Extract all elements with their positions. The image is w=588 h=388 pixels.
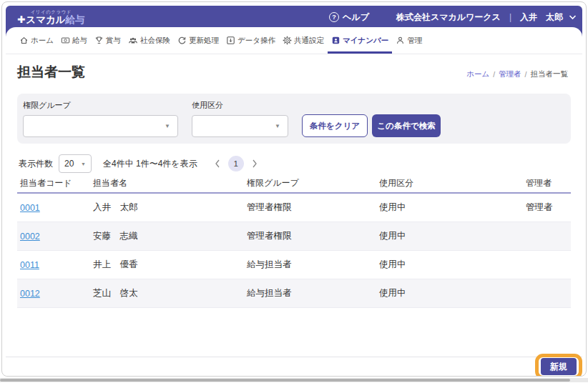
content-sheet: ホーム 給与 賞与 社会保険 更新処理 データ操作 (6, 27, 582, 376)
search-button[interactable]: この条件で検索 (372, 114, 441, 137)
home-icon (19, 36, 29, 45)
staff-table: 担当者コード 担当者名 権限グループ 使用区分 管理者 0001 入井 太郎 管… (17, 174, 571, 308)
pagination-row: 表示件数 20▼ 全4件中 1件〜4件を表示 1 (19, 154, 571, 173)
nav-item-admin[interactable]: 管理 (392, 27, 426, 54)
current-page-badge[interactable]: 1 (228, 156, 244, 171)
staff-name: 井上 優香 (90, 259, 244, 271)
download-box-icon (226, 36, 235, 45)
filter-field-permission-group: 権限グループ ▼ (23, 100, 178, 137)
nav-label: 賞与 (106, 36, 121, 46)
col-header-name: 担当者名 (90, 177, 244, 189)
footer-bar: 新規 (6, 357, 582, 376)
staff-code-link[interactable]: 0012 (20, 289, 40, 299)
staff-usage: 使用中 (376, 287, 523, 299)
nav-item-common-settings[interactable]: 共通設定 (279, 27, 328, 54)
usage-select[interactable]: ▼ (192, 115, 288, 137)
breadcrumb-separator: / (493, 70, 495, 79)
col-header-code: 担当者コード (17, 177, 90, 189)
help-button[interactable]: ? ヘルプ (329, 11, 369, 24)
nav-label: 更新処理 (189, 36, 219, 46)
user-name[interactable]: 入井 太郎 (520, 11, 563, 24)
nav-label: データ操作 (237, 36, 275, 46)
pagination-summary: 全4件中 1件〜4件を表示 (103, 158, 197, 170)
permission-group-label: 権限グループ (23, 100, 178, 111)
table-row: 0001 入井 太郎 管理者権限 使用中 管理者 (17, 194, 571, 222)
clear-conditions-button[interactable]: 条件をクリア (302, 114, 368, 137)
table-row: 0002 安藤 志織 管理者権限 使用中 (17, 222, 571, 251)
breadcrumb-current: 担当者一覧 (531, 69, 569, 79)
new-button[interactable]: 新規 (541, 358, 577, 375)
staff-group: 管理者権限 (244, 202, 376, 214)
staff-code-link[interactable]: 0011 (20, 260, 39, 270)
id-card-icon (331, 36, 340, 45)
permission-group-select[interactable]: ▼ (23, 115, 178, 137)
staff-group: 給与担当者 (244, 287, 376, 299)
staff-name: 入井 太郎 (90, 202, 244, 214)
usage-label: 使用区分 (192, 100, 288, 111)
table-row: 0011 井上 優香 給与担当者 使用中 (17, 251, 571, 279)
topbar-divider: | (509, 12, 511, 22)
page-size-select[interactable]: 20▼ (59, 154, 92, 173)
nav-label: ホーム (31, 36, 54, 46)
main-nav: ホーム 給与 賞与 社会保険 更新処理 データ操作 (6, 27, 582, 54)
nav-label: 給与 (72, 36, 87, 46)
staff-group: 給与担当者 (244, 259, 376, 271)
col-header-admin: 管理者 (523, 177, 571, 189)
brand-plus-icon: ✚ (17, 14, 25, 26)
staff-usage: 使用中 (376, 259, 523, 271)
brand-name: ✚スマカル給与 (17, 14, 85, 26)
staff-name: 芝山 啓太 (90, 287, 244, 299)
next-page-icon[interactable] (252, 159, 258, 168)
staff-code-link[interactable]: 0001 (20, 203, 40, 213)
pager: 1 (215, 156, 258, 171)
col-header-usage: 使用区分 (376, 177, 523, 189)
breadcrumb: ホーム / 管理者 / 担当者一覧 (466, 69, 571, 81)
staff-name: 安藤 志織 (90, 230, 244, 242)
nav-item-salary[interactable]: 給与 (57, 27, 91, 54)
app-window: イリイのクラウド ✚スマカル給与 ? ヘルプ 株式会社スマカルワークス | 入井… (1, 1, 587, 377)
person-icon (396, 36, 405, 45)
caret-down-icon: ▼ (275, 123, 280, 129)
people-icon (128, 36, 138, 45)
scrollbar-thumb[interactable] (0, 379, 570, 382)
filter-field-usage: 使用区分 ▼ (192, 100, 288, 137)
page-title: 担当者一覧 (17, 63, 85, 81)
help-label: ヘルプ (343, 11, 369, 24)
nav-item-mynumber[interactable]: マイナンバー (328, 27, 392, 54)
breadcrumb-home[interactable]: ホーム (466, 69, 489, 79)
nav-item-update[interactable]: 更新処理 (174, 27, 222, 54)
nav-label: 共通設定 (294, 36, 324, 46)
staff-usage: 使用中 (376, 202, 523, 214)
horizontal-scrollbar[interactable] (0, 378, 588, 382)
nav-item-bonus[interactable]: 賞与 (91, 27, 124, 54)
caret-down-icon: ▼ (81, 161, 86, 166)
nav-item-data-operations[interactable]: データ操作 (222, 27, 279, 54)
company-name: 株式会社スマカルワークス (396, 11, 501, 24)
highlight-ring: 新規 (541, 358, 577, 375)
staff-group: 管理者権限 (244, 230, 376, 242)
nav-item-social-insurance[interactable]: 社会保険 (124, 27, 174, 54)
breadcrumb-admin[interactable]: 管理者 (499, 69, 521, 79)
help-icon: ? (329, 12, 339, 22)
prev-page-icon[interactable] (215, 159, 220, 168)
staff-code-link[interactable]: 0002 (20, 232, 40, 242)
staff-admin: 管理者 (523, 202, 571, 214)
nav-item-home[interactable]: ホーム (16, 27, 57, 54)
table-header-row: 担当者コード 担当者名 権限グループ 使用区分 管理者 (17, 174, 571, 192)
page-size-value: 20 (64, 159, 74, 169)
chevron-down-icon[interactable] (569, 14, 577, 20)
banknote-icon (61, 36, 70, 45)
brand-name-text: スマカル (26, 14, 65, 26)
brand-tagline: イリイのクラウド (17, 9, 85, 14)
col-header-group: 権限グループ (244, 177, 376, 189)
caret-down-icon: ▼ (165, 123, 170, 129)
filter-panel: 権限グループ ▼ 使用区分 ▼ 条件をクリア この条件で検索 (17, 94, 571, 144)
staff-usage: 使用中 (376, 230, 523, 242)
nav-label: 社会保険 (140, 36, 170, 46)
breadcrumb-separator: / (525, 70, 527, 79)
nav-label: マイナンバー (343, 36, 388, 46)
topbar-right: ? ヘルプ 株式会社スマカルワークス | 入井 太郎 (329, 6, 577, 29)
page-size-label: 表示件数 (19, 158, 53, 170)
nav-label: 管理 (407, 36, 422, 46)
gear-icon (283, 36, 292, 45)
